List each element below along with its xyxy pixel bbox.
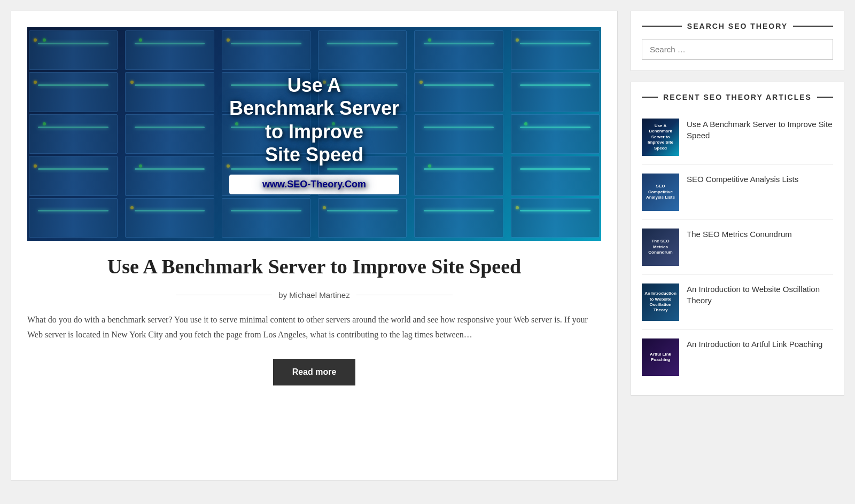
hero-line2: Benchmark Server — [229, 97, 399, 120]
article-byline: by Michael Martinez — [27, 290, 601, 300]
search-widget: SEARCH SEO THEORY — [631, 11, 844, 71]
read-more-button[interactable]: Read more — [273, 359, 356, 385]
hero-url: www.SEO-Theory.Com — [229, 175, 399, 194]
recent-articles-widget: RECENT SEO THEORY ARTICLES Use A Benchma… — [631, 82, 844, 396]
byline-line-left — [176, 295, 272, 295]
recent-article-thumb-4: An Introduction to Website Oscillation T… — [642, 284, 679, 321]
recent-title-line-right — [817, 97, 833, 98]
hero-line1: Use A — [229, 74, 399, 97]
recent-article-item[interactable]: Artful Link PoachingAn Introduction to A… — [642, 330, 833, 384]
recent-article-item[interactable]: Use A Benchmark Server to Improve Site S… — [642, 110, 833, 165]
thumb-text-1: Use A Benchmark Server to Improve Site S… — [642, 121, 679, 153]
search-title-line-left — [642, 26, 682, 27]
recent-article-thumb-1: Use A Benchmark Server to Improve Site S… — [642, 119, 679, 156]
search-widget-title: SEARCH SEO THEORY — [642, 22, 833, 30]
hero-line3: to Improve — [229, 120, 399, 143]
thumb-text-5: Artful Link Poaching — [642, 350, 679, 365]
recent-article-thumb-5: Artful Link Poaching — [642, 338, 679, 376]
recent-article-item[interactable]: SEO Competitive Analysis ListsSEO Compet… — [642, 165, 833, 220]
recent-article-item[interactable]: The SEO Metrics ConundrumThe SEO Metrics… — [642, 220, 833, 275]
recent-article-title-4: An Introduction to Website Oscillation T… — [687, 284, 833, 306]
article-image-wrapper: Use A Benchmark Server to Improve Site S… — [27, 27, 601, 241]
main-content: Use A Benchmark Server to Improve Site S… — [11, 11, 618, 481]
page-wrapper: Use A Benchmark Server to Improve Site S… — [11, 11, 844, 481]
thumb-text-2: SEO Competitive Analysis Lists — [642, 182, 679, 202]
recent-article-title-3: The SEO Metrics Conundrum — [687, 229, 792, 240]
thumb-text-4: An Introduction to Website Oscillation T… — [642, 289, 679, 316]
article-body: What do you do with a benchmark server? … — [27, 312, 601, 341]
recent-article-thumb-3: The SEO Metrics Conundrum — [642, 229, 679, 266]
hero-line4: Site Speed — [229, 143, 399, 166]
thumb-text-3: The SEO Metrics Conundrum — [642, 237, 679, 257]
byline-author: by Michael Martinez — [278, 290, 349, 300]
recent-articles-title: RECENT SEO THEORY ARTICLES — [642, 93, 833, 101]
article-hero-image: Use A Benchmark Server to Improve Site S… — [27, 27, 601, 241]
byline-line-right — [356, 295, 453, 295]
recent-title-line-left — [642, 97, 658, 98]
recent-article-title-2: SEO Competitive Analysis Lists — [687, 174, 798, 185]
recent-articles-list: Use A Benchmark Server to Improve Site S… — [642, 110, 833, 384]
hero-text-overlay: Use A Benchmark Server to Improve Site S… — [229, 74, 399, 194]
recent-article-title-5: An Introduction to Artful Link Poaching — [687, 338, 822, 350]
recent-article-item[interactable]: An Introduction to Website Oscillation T… — [642, 275, 833, 330]
recent-article-thumb-2: SEO Competitive Analysis Lists — [642, 174, 679, 211]
search-title-line-right — [793, 26, 833, 27]
article-title: Use A Benchmark Server to Improve Site S… — [27, 254, 601, 280]
sidebar: SEARCH SEO THEORY RECENT SEO THEORY ARTI… — [631, 11, 844, 396]
recent-article-title-1: Use A Benchmark Server to Improve Site S… — [687, 119, 833, 141]
search-input[interactable] — [642, 39, 833, 60]
